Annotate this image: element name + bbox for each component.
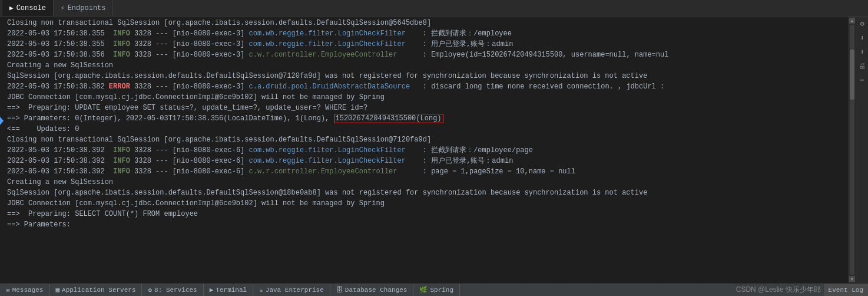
scroll-track[interactable] <box>850 25 854 275</box>
spring-icon: 🌿 <box>419 286 428 294</box>
log-line: Creating a new SqlSession <box>7 177 846 188</box>
messages-icon: ✉ <box>6 286 10 294</box>
status-tab-database-changes[interactable]: 🗄 Database Changes <box>330 284 414 296</box>
log-line: ==> Preparing: UPDATE employee SET statu… <box>7 103 846 113</box>
highlighted-param: 1520267420494315500(Long) <box>334 114 443 123</box>
log-line: 2022-05-03 17:50:38.356 INFO 3328 --- [n… <box>7 50 846 60</box>
tool-icon-4[interactable]: 🖨 <box>857 61 867 71</box>
status-tab-services[interactable]: ✿ 8: Services <box>142 284 203 296</box>
status-tab-terminal[interactable]: ▶ Terminal <box>204 284 253 296</box>
tool-icon-2[interactable]: ⬆ <box>857 33 867 42</box>
status-tabs: ✉ Messages ▦ Application Servers ✿ 8: Se… <box>0 284 460 296</box>
log-line: Closing non transactional SqlSession [or… <box>7 134 846 145</box>
current-line-arrow <box>0 117 4 125</box>
status-bar: ✉ Messages ▦ Application Servers ✿ 8: Se… <box>0 283 868 296</box>
event-log-label: Event Log <box>829 287 863 294</box>
console-output[interactable]: Closing non transactional SqlSession [or… <box>5 17 848 283</box>
tool-icon-3[interactable]: ⬇ <box>857 47 867 57</box>
status-tab-spring-label: Spring <box>430 287 453 294</box>
status-tab-services-label: 8: Services <box>154 287 197 294</box>
log-line: Creating a new SqlSession <box>7 60 846 71</box>
status-tab-java-enterprise[interactable]: ☕ Java Enterprise <box>253 284 330 296</box>
scroll-thumb[interactable] <box>850 50 854 100</box>
log-line: ==> Preparing: SELECT COUNT(*) FROM empl… <box>7 209 846 219</box>
log-line: 2022-05-03 17:50:38.392 INFO 3328 --- [n… <box>7 156 846 166</box>
brand-text: CSDN @Leslie 快乐少年郎 <box>736 285 821 295</box>
log-line: JDBC Connection [com.mysql.cj.jdbc.Conne… <box>7 198 846 209</box>
tab-endpoints[interactable]: ⚡ Endpoints <box>54 0 113 16</box>
status-tab-java-enterprise-label: Java Enterprise <box>266 287 324 294</box>
log-line: 2022-05-03 17:50:38.382 ERROR 3328 --- [… <box>7 81 846 92</box>
log-line: 2022-05-03 17:50:38.392 INFO 3328 --- [n… <box>7 166 846 177</box>
status-tab-messages[interactable]: ✉ Messages <box>0 284 49 296</box>
tool-icon-5[interactable]: ✂ <box>857 75 867 85</box>
terminal-icon: ▶ <box>210 286 214 294</box>
log-line: JDBC Connection [com.mysql.cj.jdbc.Conne… <box>7 92 846 103</box>
log-line: SqlSession [org.apache.ibatis.session.de… <box>7 188 846 198</box>
application-servers-icon: ▦ <box>55 286 59 294</box>
main-content: Closing non transactional SqlSession [or… <box>0 17 868 283</box>
database-changes-icon: 🗄 <box>336 286 343 294</box>
scrollbar[interactable]: ▲ ▼ <box>848 17 856 283</box>
left-gutter <box>0 17 5 283</box>
status-tab-application-servers[interactable]: ▦ Application Servers <box>49 284 142 296</box>
status-tab-messages-label: Messages <box>12 287 44 294</box>
log-line: 2022-05-03 17:50:38.392 INFO 3328 --- [n… <box>7 145 846 156</box>
log-line-params: ==> Parameters: 0(Integer), 2022-05-03T1… <box>7 113 846 124</box>
java-enterprise-icon: ☕ <box>259 286 263 294</box>
tab-console[interactable]: ▶ Console <box>2 0 54 16</box>
right-toolbar: ⚙ ⬆ ⬇ 🖨 ✂ <box>856 17 868 283</box>
endpoints-icon: ⚡ <box>61 4 65 12</box>
log-line: SqlSession [org.apache.ibatis.session.de… <box>7 71 846 81</box>
tool-icon-1[interactable]: ⚙ <box>857 19 867 28</box>
scroll-down-button[interactable]: ▼ <box>849 276 855 282</box>
log-line: Closing non transactional SqlSession [or… <box>7 18 846 28</box>
log-line: <== Updates: 0 <box>7 124 846 134</box>
console-icon: ▶ <box>9 4 14 12</box>
tab-console-label: Console <box>16 4 46 12</box>
log-line: 2022-05-03 17:50:38.355 INFO 3328 --- [n… <box>7 28 846 39</box>
services-icon: ✿ <box>148 286 152 294</box>
status-tab-terminal-label: Terminal <box>216 287 247 294</box>
status-tab-application-servers-label: Application Servers <box>62 287 135 294</box>
tab-bar: ▶ Console ⚡ Endpoints <box>0 0 868 17</box>
status-tab-spring[interactable]: 🌿 Spring <box>413 284 460 296</box>
status-tab-database-changes-label: Database Changes <box>345 287 408 294</box>
event-log-button[interactable]: Event Log <box>824 284 868 296</box>
log-line: 2022-05-03 17:50:38.355 INFO 3328 --- [n… <box>7 39 846 50</box>
scroll-up-button[interactable]: ▲ <box>849 18 855 24</box>
tab-endpoints-label: Endpoints <box>68 4 106 12</box>
log-line: ==> Parameters: <box>7 219 846 230</box>
